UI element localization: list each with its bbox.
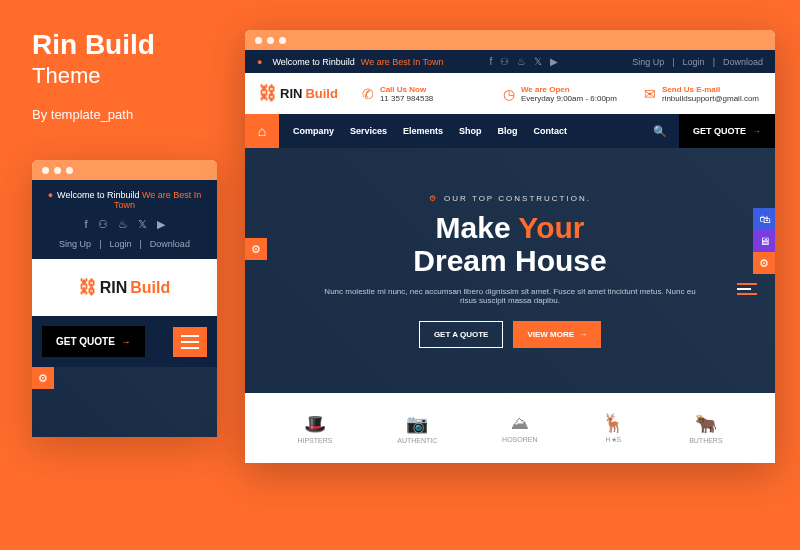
stumble-icon[interactable]: ♨: [517, 56, 526, 67]
mobile-socials[interactable]: f ⚇ ♨ 𝕏 ▶: [40, 218, 209, 231]
twitter-icon[interactable]: 𝕏: [534, 56, 542, 67]
theme-author: By template_path: [32, 107, 155, 122]
facebook-icon[interactable]: f: [490, 56, 493, 67]
mobile-titlebar: [32, 160, 217, 180]
stumble-icon[interactable]: ♨: [118, 218, 128, 231]
skype-icon[interactable]: ⚇: [500, 56, 509, 67]
get-a-quote-button[interactable]: GET A QUOTE: [419, 321, 504, 348]
window-dot: [42, 167, 49, 174]
welcome-text: Welcome to Rinbuild: [272, 57, 354, 67]
hours-info: ◷ We are OpenEveryday 9:00am - 6:00pm: [503, 85, 620, 103]
desktop-preview: ● Welcome to Rinbuild We are Best In Tow…: [245, 30, 775, 463]
youtube-icon[interactable]: ▶: [157, 218, 165, 231]
window-dot: [54, 167, 61, 174]
nav-company[interactable]: Company: [293, 126, 334, 136]
settings-gear-icon[interactable]: ⚙: [32, 367, 54, 389]
side-tab-screen-icon[interactable]: 🖥: [753, 230, 775, 252]
login-link[interactable]: Login: [683, 57, 705, 67]
client-logos: 🎩HIPSTERS 📷AUTHENTIC ⛰HOSOREN 🦌H★S 🐂BUTH…: [245, 393, 775, 463]
call-info: ✆ Call Us Now11 357 984538: [362, 85, 479, 103]
signup-link[interactable]: Sing Up: [632, 57, 664, 67]
logo[interactable]: ⛓RINBuild: [259, 83, 338, 104]
home-button[interactable]: ⌂: [245, 114, 279, 148]
client-logo: 🎩HIPSTERS: [297, 413, 332, 444]
search-icon[interactable]: 🔍: [641, 125, 679, 138]
nav-blog[interactable]: Blog: [498, 126, 518, 136]
side-tab-settings-icon[interactable]: ⚙: [753, 252, 775, 274]
client-logo: 📷AUTHENTIC: [397, 413, 437, 444]
mobile-preview: ●Welcome to Rinbuild We are Best In Town…: [32, 160, 217, 437]
side-tab-cart-icon[interactable]: 🛍: [753, 208, 775, 230]
desktop-titlebar: [245, 30, 775, 50]
window-dot: [66, 167, 73, 174]
nav-services[interactable]: Services: [350, 126, 387, 136]
home-icon: ⌂: [258, 123, 266, 139]
mail-icon: ✉: [644, 86, 656, 102]
mobile-login-link[interactable]: Login: [109, 239, 131, 249]
client-logo: 🐂BUTHERS: [689, 413, 722, 444]
theme-title: Rin Build: [32, 30, 155, 61]
nav-shop[interactable]: Shop: [459, 126, 482, 136]
hero-desc: Nunc molestie mi nunc, nec accumsan libe…: [320, 287, 700, 305]
window-dot: [279, 37, 286, 44]
clock-icon: ◷: [503, 86, 515, 102]
window-dot: [267, 37, 274, 44]
twitter-icon[interactable]: 𝕏: [138, 218, 147, 231]
mobile-welcome: ●Welcome to Rinbuild We are Best In Town: [40, 190, 209, 210]
hero-eyebrow: OUR TOP CONSTRUCTION.: [429, 194, 591, 203]
phone-icon: ✆: [362, 86, 374, 102]
get-quote-button[interactable]: GET QUOTE→: [679, 114, 775, 148]
window-dot: [255, 37, 262, 44]
facebook-icon[interactable]: f: [84, 218, 87, 231]
mobile-hero: [32, 367, 217, 437]
mobile-logo[interactable]: ⛓RINBuild: [32, 277, 217, 298]
welcome-tag: We are Best In Town: [361, 57, 444, 67]
download-link[interactable]: Download: [723, 57, 763, 67]
theme-subtitle: Theme: [32, 63, 155, 89]
mail-info: ✉ Send Us E-mailrinbuildsupport@gmail.co…: [644, 85, 761, 103]
slider-indicator-icon[interactable]: [737, 283, 757, 295]
youtube-icon[interactable]: ▶: [550, 56, 558, 67]
client-logo: ⛰HOSOREN: [502, 413, 537, 443]
mobile-signup-link[interactable]: Sing Up: [59, 239, 91, 249]
view-more-button[interactable]: VIEW MORE→: [513, 321, 601, 348]
mobile-download-link[interactable]: Download: [150, 239, 190, 249]
nav-contact[interactable]: Contact: [534, 126, 568, 136]
nav-elements[interactable]: Elements: [403, 126, 443, 136]
hero-section: ⚙ 🛍 🖥 ⚙ OUR TOP CONSTRUCTION. Make YourD…: [245, 148, 775, 393]
hero-heading: Make YourDream House: [413, 211, 606, 277]
hamburger-icon[interactable]: [173, 327, 207, 357]
settings-gear-icon[interactable]: ⚙: [245, 238, 267, 260]
skype-icon[interactable]: ⚇: [98, 218, 108, 231]
mobile-quote-button[interactable]: GET QUOTE→: [42, 326, 145, 357]
client-logo: 🦌H★S: [602, 412, 624, 444]
